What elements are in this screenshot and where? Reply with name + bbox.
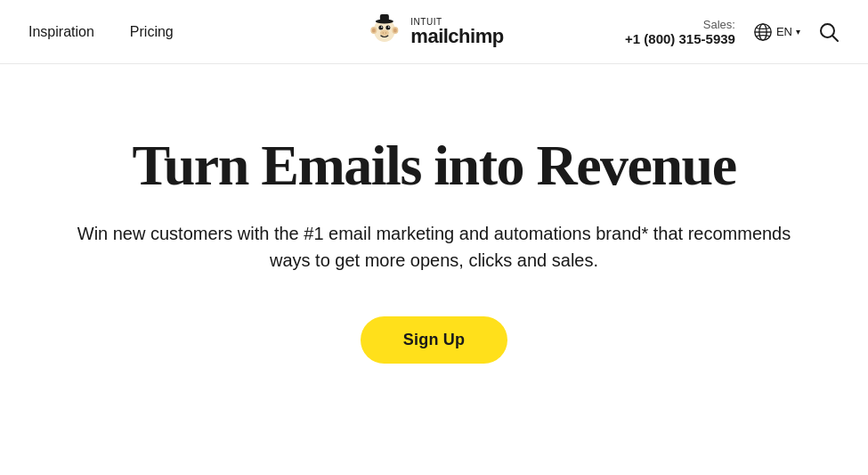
nav-left: Inspiration Pricing <box>28 24 174 40</box>
globe-icon <box>753 22 773 42</box>
mailchimp-monkey-icon <box>364 12 403 52</box>
svg-point-11 <box>385 32 385 33</box>
sales-label: Sales: <box>625 18 735 31</box>
search-icon <box>818 21 840 43</box>
svg-point-4 <box>393 28 396 32</box>
logo-area[interactable]: INTUIT mailchimp <box>364 12 503 52</box>
svg-point-5 <box>378 25 383 29</box>
sales-info: Sales: +1 (800) 315-5939 <box>625 18 735 46</box>
hero-section: Turn Emails into Revenue Win new custome… <box>0 64 868 417</box>
signup-button[interactable]: Sign Up <box>361 316 507 364</box>
hero-subtitle: Win new customers with the #1 email mark… <box>69 220 799 274</box>
language-selector[interactable]: EN ▾ <box>753 22 800 42</box>
nav-pricing[interactable]: Pricing <box>130 24 174 40</box>
search-button[interactable] <box>818 21 840 43</box>
sales-phone[interactable]: +1 (800) 315-5939 <box>625 31 735 46</box>
svg-point-6 <box>385 25 390 29</box>
lang-chevron: ▾ <box>796 27 800 37</box>
svg-point-3 <box>371 28 375 32</box>
svg-point-9 <box>379 29 388 36</box>
logo-text: INTUIT mailchimp <box>410 18 503 46</box>
logo-mailchimp-text: mailchimp <box>410 27 503 46</box>
svg-rect-13 <box>379 14 388 22</box>
header-right: Sales: +1 (800) 315-5939 EN ▾ <box>625 18 840 46</box>
nav-inspiration[interactable]: Inspiration <box>28 24 94 40</box>
hero-title: Turn Emails into Revenue <box>132 135 735 195</box>
svg-point-7 <box>380 26 382 28</box>
site-header: Inspiration Pricing <box>0 0 868 64</box>
svg-point-8 <box>387 26 389 28</box>
lang-code: EN <box>776 25 792 38</box>
svg-point-10 <box>382 32 383 33</box>
logo[interactable]: INTUIT mailchimp <box>364 12 503 52</box>
